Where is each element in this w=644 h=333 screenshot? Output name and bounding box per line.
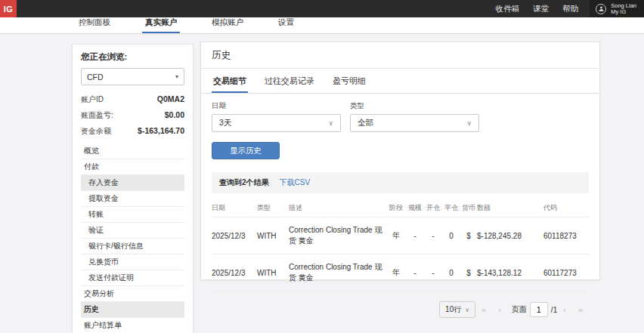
funds-balance-value: $-163,164.70 <box>138 126 184 135</box>
cell-amount: $-143,128.12 <box>477 269 543 277</box>
table-header-row: 日期 类型 描述 阶段 规模 开仓 平仓 货币 数额 代码 <box>212 198 589 217</box>
account-id-row: 账户ID Q0MA2 <box>81 91 184 107</box>
first-page-icon[interactable]: « <box>481 305 486 314</box>
sidebar-item-history[interactable]: 历史 <box>81 302 184 318</box>
prev-page-icon[interactable]: ‹ <box>498 305 501 314</box>
paper-pl-label: 账面盈亏: <box>81 110 113 121</box>
account-sidebar: 您正在浏览: CFD ▾ 账户ID Q0MA2 账面盈亏: $0.00 资金余额… <box>72 44 194 333</box>
main-nav: 控制面板 真实账户 模拟账户 设置 <box>0 17 644 34</box>
date-filter-select[interactable]: 3天 ∨ <box>212 114 341 132</box>
page-title: 历史 <box>201 42 599 69</box>
sidebar-item-overview[interactable]: 概览 <box>81 143 184 159</box>
sidebar-item-card-bank-info[interactable]: 银行卡/银行信息 <box>81 239 184 254</box>
cell-currency: $ <box>460 269 477 277</box>
rows-per-page-select[interactable]: 10行 ∨ <box>439 301 475 318</box>
sidebar-item-verification[interactable]: 验证 <box>81 223 184 239</box>
date-filter-label: 日期 <box>212 101 341 111</box>
cell-code: 60117273 <box>543 269 589 277</box>
sidebar-item-deposit[interactable]: 存入资金 <box>81 175 184 191</box>
nav-tab-dashboard[interactable]: 控制面板 <box>76 17 113 33</box>
cell-close: 0 <box>442 232 460 240</box>
sidebar-item-trade-analytics[interactable]: 交易分析 <box>81 286 184 302</box>
col-close: 平仓 <box>442 203 460 213</box>
chevron-down-icon: ∨ <box>466 119 472 127</box>
col-date: 日期 <box>212 203 257 213</box>
show-history-button[interactable]: 显示历史 <box>212 142 280 159</box>
cell-open: - <box>424 232 442 240</box>
inbox-link[interactable]: 收件箱 <box>496 4 520 14</box>
col-open: 开仓 <box>424 203 442 213</box>
cell-size: - <box>406 232 424 240</box>
cell-amount: $-128,245.28 <box>477 232 543 240</box>
user-menu[interactable]: Song Lian My IG <box>590 0 644 17</box>
next-page-icon[interactable]: › <box>563 305 566 314</box>
cell-date: 2025/12/3 <box>212 232 257 240</box>
browsing-label: 您正在浏览: <box>81 51 184 63</box>
col-period: 阶段 <box>386 203 406 213</box>
page-number-input[interactable] <box>530 302 548 317</box>
ig-logo[interactable]: IG <box>0 0 17 17</box>
funds-balance-label: 资金余额 <box>81 126 111 137</box>
cell-period: 年 <box>386 230 406 241</box>
chevron-down-icon: ∨ <box>328 119 333 127</box>
top-bar: IG 收件箱 课堂 帮助 Song Lian My IG <box>0 0 644 17</box>
sidebar-item-payments[interactable]: 付款 <box>81 159 184 175</box>
help-link[interactable]: 帮助 <box>562 4 578 14</box>
cell-description: Correction Closing Trade 现货 黄金 <box>289 225 386 246</box>
page-label: 页面 <box>512 304 527 315</box>
sidebar-menu: 概览 付款 存入资金 提取资金 转账 验证 银行卡/银行信息 兑换货币 发送付款… <box>81 143 184 333</box>
account-id-value: Q0MA2 <box>157 94 184 103</box>
page-total: /1 <box>551 306 557 314</box>
col-type: 类型 <box>257 203 289 213</box>
cell-type: WITH <box>257 232 289 240</box>
type-filter-select[interactable]: 全部 ∨ <box>350 114 479 132</box>
history-tabs: 交易细节 过往交易记录 盈亏明细 <box>201 69 599 94</box>
user-avatar-icon <box>596 4 606 14</box>
cell-type: WITH <box>257 269 289 277</box>
cell-description: Correction Closing Trade 现货 黄金 <box>289 262 386 283</box>
filter-row: 日期 3天 ∨ 类型 全部 ∨ <box>201 94 599 132</box>
date-filter-value: 3天 <box>219 118 231 128</box>
account-id-label: 账户ID <box>81 94 104 105</box>
cell-size: - <box>406 269 424 277</box>
col-amount: 数额 <box>477 203 543 213</box>
cell-code: 60118273 <box>543 232 589 240</box>
account-type-value: CFD <box>87 72 104 82</box>
sidebar-item-statements[interactable]: 账户结算单 <box>81 318 184 333</box>
nav-tab-settings[interactable]: 设置 <box>275 17 297 33</box>
results-count: 查询到2个结果 <box>219 177 269 188</box>
nav-tab-live-account[interactable]: 真实账户 <box>142 17 180 33</box>
cell-open: - <box>424 269 442 277</box>
table-row[interactable]: 2025/12/3 WITH Correction Closing Trade … <box>212 217 589 254</box>
cell-close: 0 <box>442 269 460 277</box>
sidebar-item-withdraw[interactable]: 提取资金 <box>81 191 184 207</box>
results-bar: 查询到2个结果 下载CSV <box>212 172 589 193</box>
col-currency: 货币 <box>460 203 477 213</box>
tab-transaction-details[interactable]: 交易细节 <box>212 69 248 93</box>
paper-pl-value: $0.00 <box>165 110 184 119</box>
type-filter-label: 类型 <box>350 101 479 111</box>
cell-date: 2025/12/3 <box>212 269 257 277</box>
sidebar-item-currency-exchange[interactable]: 兑换货币 <box>81 254 184 270</box>
user-sub: My IG <box>611 9 636 15</box>
download-csv-link[interactable]: 下载CSV <box>280 177 311 188</box>
nav-tab-demo-account[interactable]: 模拟账户 <box>209 17 246 33</box>
sidebar-item-transfer[interactable]: 转账 <box>81 207 184 223</box>
history-panel: 历史 交易细节 过往交易记录 盈亏明细 日期 3天 ∨ 类型 全部 ∨ 显示历史… <box>200 42 600 280</box>
caret-down-icon: ▾ <box>175 73 178 80</box>
tab-past-trades[interactable]: 过往交易记录 <box>263 69 316 93</box>
sidebar-item-payment-proof[interactable]: 发送付款证明 <box>81 270 184 286</box>
col-code: 代码 <box>543 203 589 213</box>
pagination: 10行 ∨ « ‹ 页面 /1 › » <box>212 301 589 318</box>
cell-period: 年 <box>386 267 406 278</box>
col-description: 描述 <box>289 203 386 213</box>
paper-pl-row: 账面盈亏: $0.00 <box>81 107 184 123</box>
account-type-select[interactable]: CFD ▾ <box>81 68 184 85</box>
history-table: 日期 类型 描述 阶段 规模 开仓 平仓 货币 数额 代码 2025/12/3 … <box>212 198 589 291</box>
table-row[interactable]: 2025/12/3 WITH Correction Closing Trade … <box>212 254 589 291</box>
cell-currency: $ <box>460 232 477 240</box>
last-page-icon[interactable]: » <box>578 305 583 314</box>
rows-per-page-value: 10行 <box>445 304 461 315</box>
academy-link[interactable]: 课堂 <box>533 4 549 14</box>
tab-pl-breakdown[interactable]: 盈亏明细 <box>331 69 367 93</box>
